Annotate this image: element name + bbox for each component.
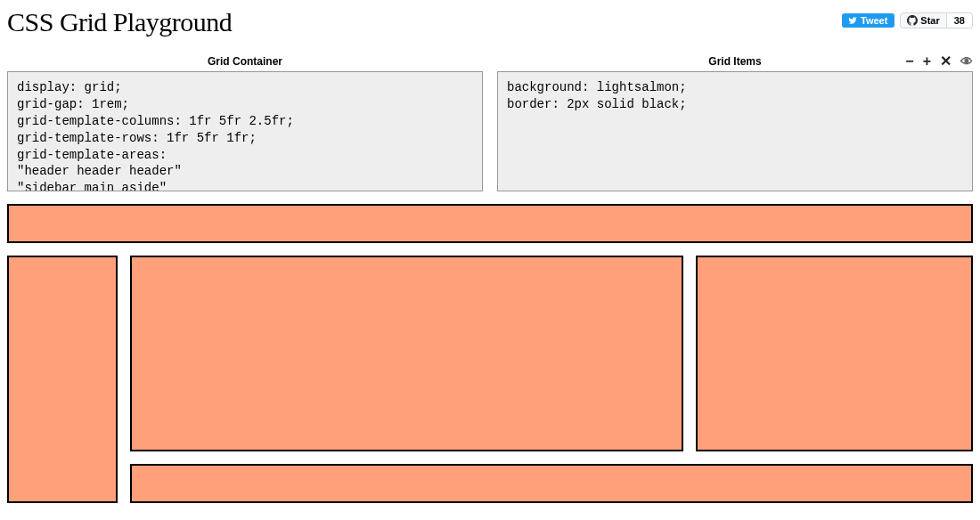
grid-item-aside[interactable]	[696, 256, 973, 451]
grid-items-label: Grid Items	[708, 55, 761, 68]
github-icon	[907, 15, 918, 26]
grid-container-label: Grid Container	[208, 55, 282, 68]
star-count[interactable]: 38	[947, 12, 973, 28]
grid-items-code[interactable]: background: lightsalmon; border: 2px sol…	[497, 71, 973, 191]
tweet-button[interactable]: Tweet	[842, 13, 894, 28]
grid-item-footer[interactable]	[130, 464, 973, 503]
grid-item-main[interactable]	[130, 256, 683, 451]
twitter-icon	[847, 16, 858, 25]
social-buttons: Tweet Star 38	[842, 7, 973, 28]
grid-item-sidebar[interactable]	[7, 256, 118, 503]
grid-preview	[7, 204, 973, 503]
editors-row: Grid Container display: grid; grid-gap: …	[7, 52, 973, 191]
grid-items-controls: − + ✕ 👁	[905, 54, 973, 69]
star-button[interactable]: Star	[900, 12, 946, 28]
grid-container-header: Grid Container	[7, 52, 483, 71]
github-star-group: Star 38	[900, 12, 973, 28]
grid-container-code[interactable]: display: grid; grid-gap: 1rem; grid-temp…	[7, 71, 483, 191]
add-item-icon[interactable]: +	[923, 54, 931, 69]
star-label: Star	[920, 15, 939, 26]
clear-items-icon[interactable]: ✕	[940, 54, 951, 69]
grid-items-editor: Grid Items − + ✕ 👁 background: lightsalm…	[497, 52, 973, 191]
tweet-label: Tweet	[861, 15, 887, 26]
grid-items-header: Grid Items − + ✕ 👁	[497, 52, 973, 71]
remove-item-icon[interactable]: −	[905, 54, 913, 69]
page-title: CSS Grid Playground	[7, 7, 232, 37]
grid-container-editor: Grid Container display: grid; grid-gap: …	[7, 52, 483, 191]
preview-toggle-icon[interactable]: 👁	[960, 55, 973, 68]
grid-item-header[interactable]	[7, 204, 973, 243]
